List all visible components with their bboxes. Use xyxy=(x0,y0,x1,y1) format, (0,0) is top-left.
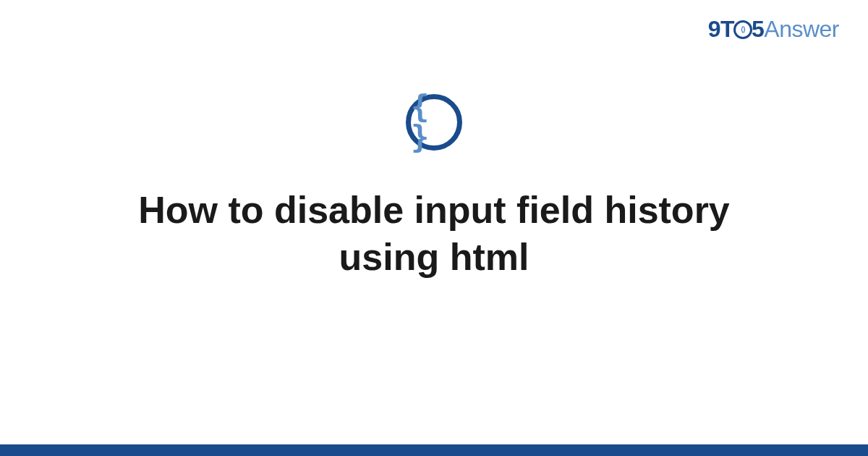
site-logo: 9T5Answer xyxy=(708,16,839,43)
page-title: How to disable input field history using… xyxy=(72,187,796,281)
logo-o-icon xyxy=(733,20,752,39)
main-content: { } How to disable input field history u… xyxy=(0,94,868,281)
code-braces-icon: { } xyxy=(406,94,462,151)
footer-accent-bar xyxy=(0,444,868,456)
logo-text-answer: Answer xyxy=(764,16,839,42)
braces-glyph: { } xyxy=(411,92,457,153)
logo-text-5: 5 xyxy=(752,16,764,42)
logo-text-9t: 9T xyxy=(708,16,734,42)
